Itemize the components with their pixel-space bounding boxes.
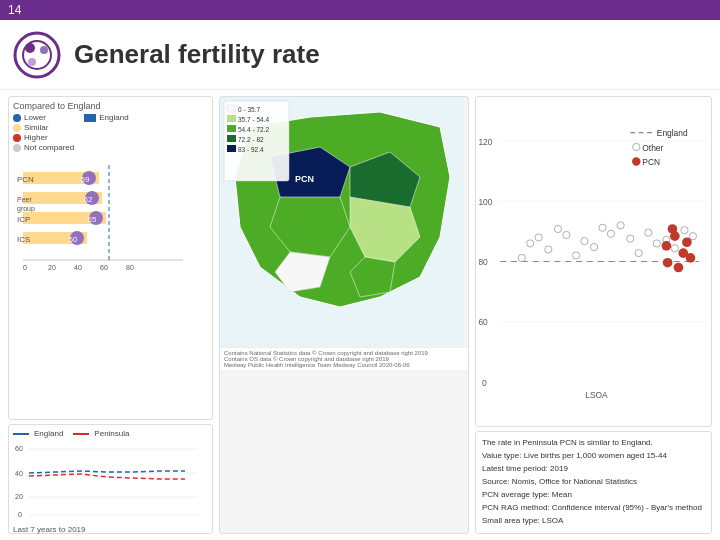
svg-point-70 (662, 241, 672, 251)
line-legend-peninsula: Peninsula (73, 429, 129, 438)
svg-rect-34 (227, 125, 236, 132)
legend-not-compared-label: Not compared (24, 143, 74, 152)
svg-text:72.2 - 82: 72.2 - 82 (238, 136, 264, 143)
svg-text:40: 40 (74, 264, 82, 271)
bar-chart-svg: 59 PCN 62 Peer group 65 ICP 50 ICS (13, 160, 203, 280)
svg-text:0 - 35.7: 0 - 35.7 (238, 106, 260, 113)
peer-label: Peer (17, 196, 32, 203)
info-line-5: PCN average type: Mean (482, 489, 705, 501)
svg-text:20: 20 (48, 264, 56, 271)
info-line-1: The rate in Peninsula PCN is similar to … (482, 437, 705, 449)
higher-dot (13, 134, 21, 142)
svg-point-57 (590, 243, 597, 250)
svg-point-4 (28, 58, 36, 66)
svg-point-56 (581, 237, 588, 244)
svg-text:83 - 92.4: 83 - 92.4 (238, 146, 264, 153)
not-compared-dot (13, 144, 21, 152)
left-panel: Compared to England Lower Similar Higher (8, 96, 213, 534)
icp-label: ICP (17, 215, 30, 224)
main-content: Compared to England Lower Similar Higher (0, 90, 720, 540)
info-line-2: Value type: Live births per 1,000 women … (482, 450, 705, 462)
ics-value: 50 (69, 235, 78, 244)
info-line-7: Small area type: LSOA (482, 515, 705, 527)
rag-legend: Lower Similar Higher Not compared (13, 113, 74, 152)
svg-text:80: 80 (126, 264, 134, 271)
svg-text:120: 120 (478, 137, 492, 147)
svg-text:60: 60 (15, 445, 23, 452)
svg-point-63 (635, 249, 642, 256)
ics-label: ICS (17, 235, 30, 244)
lower-dot (13, 114, 21, 122)
info-line-6: PCN RAG method: Confidence interval (95%… (482, 502, 705, 514)
svg-text:60: 60 (100, 264, 108, 271)
bar-chart-title: Compared to England (13, 101, 208, 111)
svg-text:England: England (657, 128, 688, 138)
svg-rect-36 (227, 135, 236, 142)
svg-text:20: 20 (15, 493, 23, 500)
legend-lower-label: Lower (24, 113, 46, 122)
line-chart-title: Last 7 years to 2019 (13, 525, 208, 534)
line-chart-svg: 60 40 20 0 (13, 441, 203, 523)
svg-rect-32 (227, 115, 236, 122)
svg-text:LSOA: LSOA (585, 390, 608, 400)
svg-point-65 (653, 240, 660, 247)
england-legend: England (84, 113, 128, 152)
legend-lower: Lower (13, 113, 74, 122)
svg-point-64 (645, 229, 652, 236)
pcn-value: 59 (81, 175, 90, 184)
map-svg: PCN 0 - 35.7 35.7 - 54.4 54.4 - 72.2 72.… (220, 97, 464, 347)
svg-point-59 (607, 230, 614, 237)
peer-value: 62 (84, 195, 93, 204)
svg-text:40: 40 (15, 470, 23, 477)
svg-text:PCN: PCN (295, 174, 314, 184)
middle-panel: PCN 0 - 35.7 35.7 - 54.4 54.4 - 72.2 72.… (219, 96, 469, 534)
svg-point-58 (599, 224, 606, 231)
pcn-label: PCN (17, 175, 34, 184)
line-chart-panel: England Peninsula 60 40 20 0 (8, 424, 213, 534)
svg-text:54.4 - 72.2: 54.4 - 72.2 (238, 126, 269, 133)
svg-point-76 (668, 224, 678, 234)
svg-point-3 (40, 46, 48, 54)
info-line-3: Latest time period: 2019 (482, 463, 705, 475)
svg-point-68 (681, 227, 688, 234)
svg-text:35.7 - 54.4: 35.7 - 54.4 (238, 116, 269, 123)
page-title: General fertility rate (74, 39, 320, 70)
england-rect (84, 114, 96, 122)
svg-point-55 (572, 252, 579, 259)
svg-point-74 (674, 263, 684, 273)
svg-point-77 (686, 253, 696, 263)
svg-point-54 (563, 231, 570, 238)
svg-text:80: 80 (478, 257, 488, 267)
line-legend-england: England (13, 429, 63, 438)
icp-value: 65 (88, 215, 97, 224)
svg-point-2 (25, 43, 35, 53)
map-credit-line3: Medway Public Health Intelligence Team M… (224, 362, 464, 368)
legend-similar-label: Similar (24, 123, 48, 132)
legend-similar: Similar (13, 123, 74, 132)
info-box: The rate in Peninsula PCN is similar to … (475, 431, 712, 534)
legend-england: England (84, 113, 128, 122)
svg-text:PCN: PCN (642, 157, 660, 167)
svg-point-67 (671, 245, 678, 252)
svg-rect-30 (227, 105, 236, 112)
line-peninsula-label: Peninsula (94, 429, 129, 438)
svg-point-50 (527, 240, 534, 247)
legend-higher: Higher (13, 133, 74, 142)
right-panel: 120 100 80 60 0 (475, 96, 712, 534)
svg-point-51 (535, 234, 542, 241)
svg-text:Other: Other (642, 143, 663, 153)
svg-rect-38 (227, 145, 236, 152)
logo-icon (12, 30, 62, 80)
svg-text:0: 0 (482, 378, 487, 388)
svg-point-83 (632, 157, 640, 165)
svg-text:100: 100 (478, 197, 492, 207)
legend-england-label: England (99, 113, 128, 122)
svg-point-73 (663, 258, 673, 268)
header: General fertility rate (0, 20, 720, 90)
top-bar: 14 (0, 0, 720, 20)
page-number: 14 (8, 3, 21, 17)
svg-text:0: 0 (18, 511, 22, 518)
bar-chart-panel: Compared to England Lower Similar Higher (8, 96, 213, 420)
line-england-label: England (34, 429, 63, 438)
legend-not-compared: Not compared (13, 143, 74, 152)
